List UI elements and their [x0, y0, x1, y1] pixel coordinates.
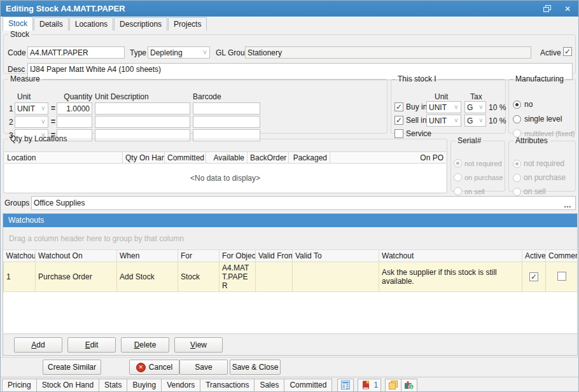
- attributes-option-on-purchase: on purchase: [513, 173, 566, 182]
- measure-barcode-input-1[interactable]: [193, 102, 260, 115]
- copy-stock-button[interactable]: [385, 379, 401, 392]
- sell-in-checkbox[interactable]: [394, 116, 403, 125]
- group-by-drop-area[interactable]: Drag a column header here to group by th…: [3, 227, 577, 250]
- watchouts-header-row: Watchout # Watchout On When For For Obje…: [4, 250, 578, 262]
- buy-in-checkbox[interactable]: [394, 102, 403, 111]
- attributes-option-on-sell: on sell: [513, 187, 546, 196]
- tab-stock[interactable]: Stock: [3, 17, 33, 31]
- measure-group: Measure Unit Quantity Unit Description B…: [3, 74, 387, 134]
- titlebar[interactable]: Editing Stock A4.MATT.PAPER ✕: [1, 1, 578, 17]
- radio-icon: [513, 174, 521, 182]
- add-button[interactable]: Add: [14, 337, 62, 353]
- column-header[interactable]: Comments: [546, 250, 578, 262]
- stock-group-label: Stock: [8, 30, 31, 39]
- browse-ellipsis-button[interactable]: …: [562, 202, 573, 208]
- measure-quantity-input-2[interactable]: [57, 116, 92, 128]
- tab-sales[interactable]: Sales: [254, 379, 284, 392]
- column-header[interactable]: For: [178, 250, 220, 262]
- report-tab-button[interactable]: [337, 379, 354, 392]
- manufacturing-group-label: Manufacturing: [513, 74, 566, 83]
- column-header[interactable]: Valid From: [256, 250, 293, 262]
- delete-button[interactable]: Delete: [121, 337, 169, 353]
- tab-committed[interactable]: Committed: [284, 379, 332, 392]
- watchout-row[interactable]: 1 Purchase Order Add Stock Stock A4.MATT…: [4, 262, 578, 292]
- column-header[interactable]: Location: [4, 152, 123, 163]
- tab-stock-on-hand[interactable]: Stock On Hand: [36, 379, 99, 392]
- manufacturing-option-no[interactable]: no: [513, 100, 533, 109]
- attributes-group-label: Attributes: [513, 136, 550, 145]
- type-select[interactable]: Depleting ˅: [148, 46, 210, 59]
- watchouts-count-button[interactable]: 1: [358, 379, 381, 392]
- column-header[interactable]: Watchout #: [4, 250, 36, 262]
- measure-row-number: 1: [9, 104, 13, 113]
- watchout-on-cell: Purchase Order: [36, 262, 117, 292]
- column-header[interactable]: When: [117, 250, 178, 262]
- measure-row-2: 2 ˅ =: [4, 116, 387, 128]
- restore-window-icon[interactable]: [541, 4, 553, 14]
- radio-icon[interactable]: [513, 115, 521, 123]
- chevron-down-icon: ˅: [452, 102, 461, 113]
- measure-unit-description-input-1[interactable]: [95, 102, 190, 115]
- column-header[interactable]: Watchout: [379, 250, 522, 262]
- tab-vendors[interactable]: Vendors: [161, 379, 200, 392]
- active-label: Active: [540, 48, 561, 57]
- column-header[interactable]: Valid To: [293, 250, 379, 262]
- radio-icon: [513, 160, 521, 168]
- top-tab-bar: Stock Details Locations Descriptions Pro…: [1, 17, 578, 31]
- tab-transactions[interactable]: Transactions: [200, 379, 255, 392]
- attributes-group: Attributes not required on purchase on s…: [508, 136, 576, 192]
- column-header[interactable]: Committed: [165, 152, 206, 163]
- view-button[interactable]: View: [174, 337, 223, 353]
- comments-cell: [546, 262, 578, 292]
- manufacturing-group: Manufacturing no single level multilevel…: [508, 74, 576, 134]
- save-button[interactable]: Save: [179, 360, 228, 375]
- edit-button[interactable]: Edit: [67, 337, 116, 353]
- watchout-number-cell: 1: [4, 262, 36, 292]
- measure-unit-description-input-2[interactable]: [95, 116, 190, 128]
- column-header[interactable]: Packaged: [289, 152, 330, 163]
- column-header[interactable]: Qty On Hand: [123, 152, 165, 163]
- save-and-close-button[interactable]: Save & Close: [230, 360, 281, 375]
- radio-icon: [454, 173, 462, 181]
- code-input[interactable]: A4.MATT.PAPER: [27, 46, 125, 59]
- promotion-button[interactable]: $: [401, 379, 417, 392]
- radio-icon[interactable]: [513, 101, 521, 109]
- measure-unit-select-1[interactable]: UNIT˅: [15, 102, 48, 115]
- active-checkbox[interactable]: [529, 272, 538, 281]
- tab-locations[interactable]: Locations: [69, 17, 113, 31]
- chevron-down-icon: ˅: [477, 115, 485, 126]
- this-stock-unit-header: Unit: [435, 92, 448, 101]
- measure-barcode-input-2[interactable]: [193, 116, 260, 128]
- watchouts-grid: Watchout # Watchout On When For For Obje…: [3, 250, 577, 334]
- column-header[interactable]: On PO: [330, 152, 446, 163]
- cancel-button[interactable]: ✕ Cancel: [129, 360, 179, 375]
- gl-group-field[interactable]: Stationery: [245, 46, 531, 59]
- sell-unit-select[interactable]: UNIT˅: [426, 115, 461, 127]
- for-cell: Stock: [178, 262, 220, 292]
- buy-unit-select[interactable]: UNIT˅: [426, 101, 461, 113]
- tab-pricing[interactable]: Pricing: [2, 379, 37, 392]
- tab-buying[interactable]: Buying: [127, 379, 162, 392]
- measure-unit-select-2[interactable]: ˅: [15, 116, 48, 128]
- comments-checkbox[interactable]: [557, 272, 566, 281]
- column-header[interactable]: BackOrder: [248, 152, 289, 163]
- column-header[interactable]: For Object: [220, 250, 256, 262]
- active-checkbox[interactable]: [563, 47, 572, 56]
- manufacturing-option-single-level[interactable]: single level: [513, 115, 562, 123]
- column-header[interactable]: Available: [206, 152, 248, 163]
- column-header[interactable]: Watchout On: [36, 250, 117, 262]
- sell-in-row: Sell in: [394, 116, 427, 125]
- column-header[interactable]: Active: [522, 250, 546, 262]
- sell-tax-select[interactable]: G˅: [464, 115, 486, 127]
- tab-stats[interactable]: Stats: [99, 379, 127, 392]
- tab-projects[interactable]: Projects: [168, 17, 207, 31]
- groups-field[interactable]: Office Supplies …: [31, 196, 576, 210]
- tab-details[interactable]: Details: [34, 17, 69, 31]
- measure-quantity-input-1[interactable]: 1.0000: [57, 102, 92, 115]
- buy-tax-select[interactable]: G˅: [464, 101, 486, 113]
- tab-descriptions[interactable]: Descriptions: [114, 17, 167, 31]
- create-similar-button[interactable]: Create Similar: [43, 360, 101, 375]
- measure-unit-header: Unit: [17, 92, 31, 101]
- close-icon[interactable]: ✕: [562, 4, 573, 14]
- serial-group: Serial# not required on purchase on sell: [450, 136, 505, 192]
